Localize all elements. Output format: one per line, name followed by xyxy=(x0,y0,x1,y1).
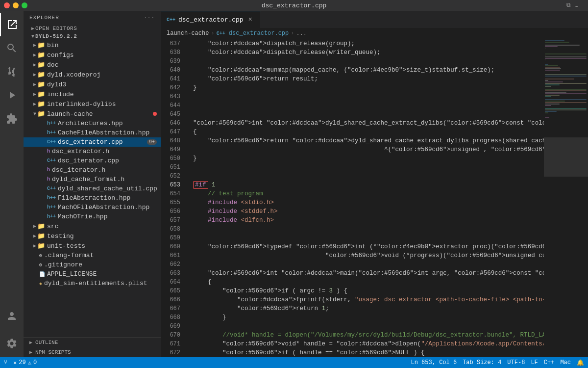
tree-item-FileAbstraction.hpp[interactable]: h++FileAbstraction.hpp xyxy=(24,193,161,203)
activity-extensions[interactable] xyxy=(0,107,24,131)
tree-item-APPLE_LICENSE[interactable]: 📄APPLE_LICENSE xyxy=(24,269,161,279)
tree-label: include xyxy=(47,91,74,98)
line-number: 641 xyxy=(161,75,180,83)
line-number: 644 xyxy=(161,101,180,110)
explorer-title: EXPLORER xyxy=(29,15,59,21)
window-min-btn[interactable] xyxy=(13,2,19,8)
cursor-position[interactable]: Ln 653, Col 6 xyxy=(411,359,457,366)
tree-item-CacheFileAbstraction.hpp[interactable]: h++CacheFileAbstraction.hpp xyxy=(24,128,161,137)
tree-item-launch-cache[interactable]: ▼📁launch-cache xyxy=(24,109,161,119)
tab-size[interactable]: Tab Size: 4 xyxy=(463,359,501,366)
open-editors-section[interactable]: ▶ OPEN EDITORS xyxy=(24,25,161,32)
tree-item-dsc_extractor.h[interactable]: hdsc_extractor.h xyxy=(24,147,161,156)
code-line: "color:#dcdcaa">dispatch_release(writer_… xyxy=(193,48,544,57)
language[interactable]: C++ xyxy=(544,359,555,366)
minimap-content xyxy=(544,39,588,121)
activity-settings[interactable] xyxy=(0,332,24,355)
tree-item-bin[interactable]: ▶📁bin xyxy=(24,40,161,50)
file-tree: ▶📁bin▶📁configs▶📁doc▶📁dyld.xcodeproj▶📁dyl… xyxy=(24,40,161,337)
position-text: Ln 653, Col 6 xyxy=(411,359,457,366)
line-numbers: 6376386396406416426436446456466476486496… xyxy=(161,39,185,357)
tree-item-dsc_extractor.cpp[interactable]: C++dsc_extractor.cpp9+ xyxy=(24,137,161,147)
line-number: 666 xyxy=(161,295,180,304)
notifications[interactable]: 🔔 xyxy=(577,359,584,367)
line-number: 649 xyxy=(161,145,180,154)
tree-item-dyld.xcodeproj[interactable]: ▶📁dyld.xcodeproj xyxy=(24,70,161,79)
tree-item-dsc_iterator.cpp[interactable]: C++dsc_iterator.cpp xyxy=(24,156,161,165)
open-editors-label: OPEN EDITORS xyxy=(35,26,77,31)
breadcrumb-sep2: › xyxy=(291,30,294,37)
activity-source-control[interactable] xyxy=(0,60,24,83)
line-number: 660 xyxy=(161,242,180,251)
npm-scripts-section[interactable]: ▶ NPM SCRIPTS xyxy=(24,347,161,357)
tree-item-MachOTrie.hpp[interactable]: h++MachOTrie.hpp xyxy=(24,212,161,221)
line-number: 651 xyxy=(161,163,180,172)
tree-item-include[interactable]: ▶📁include xyxy=(24,89,161,99)
error-count[interactable]: ✕ 29 ⚠ 0 xyxy=(13,359,37,367)
tree-item-dyld_shared_cache_util.cpp[interactable]: C++dyld_shared_cache_util.cpp xyxy=(24,184,161,193)
tree-item-Architectures.hpp[interactable]: h++Architectures.hpp xyxy=(24,119,161,128)
breadcrumb-launch-cache[interactable]: launch-cache xyxy=(167,30,209,37)
tree-label: dsc_extractor.h xyxy=(52,148,109,155)
code-line xyxy=(193,260,544,269)
tree-item-dyld3[interactable]: ▶📁dyld3 xyxy=(24,79,161,89)
line-number: 645 xyxy=(161,110,180,119)
tree-item-unit-tests[interactable]: ▶📁unit-tests xyxy=(24,241,161,251)
tree-item-src[interactable]: ▶📁src xyxy=(24,221,161,231)
split-editor-icon[interactable]: ⧉ xyxy=(564,2,573,9)
activity-run[interactable] xyxy=(0,83,24,107)
tree-item-.clang-format[interactable]: ⚙.clang-format xyxy=(24,251,161,260)
code-editor[interactable]: 6376386396406416426436446456466476486496… xyxy=(161,39,544,357)
git-icon: ⑂ xyxy=(4,359,7,366)
status-right: Ln 653, Col 6 Tab Size: 4 UTF-8 LF C++ M… xyxy=(411,359,584,367)
tree-item-testing[interactable]: ▶📁testing xyxy=(24,231,161,241)
sidebar-more-icon[interactable]: ··· xyxy=(144,15,155,21)
more-actions-icon[interactable]: … xyxy=(573,2,580,9)
tree-item-doc[interactable]: ▶📁doc xyxy=(24,60,161,70)
line-number: 672 xyxy=(161,348,180,357)
code-line: "color:#569cd6">if ( argc != 3 ) { xyxy=(193,287,544,295)
sidebar-footer: ▶ OUTLINE ▶ NPM SCRIPTS xyxy=(24,337,161,357)
editor-tab-dsc-extractor[interactable]: C++ dsc_extractor.cpp × xyxy=(161,11,261,28)
code-line xyxy=(193,172,544,181)
code-line: // test program xyxy=(193,189,544,198)
app-body: EXPLORER ··· ▶ OPEN EDITORS ▼ DYLD-519.2… xyxy=(0,11,588,357)
window-max-btn[interactable] xyxy=(22,2,27,8)
activity-explorer[interactable] xyxy=(0,13,24,36)
platform[interactable]: Mac xyxy=(560,359,571,366)
tree-item-configs[interactable]: ▶📁configs xyxy=(24,50,161,60)
tree-item-dyld_cache_format.h[interactable]: hdyld_cache_format.h xyxy=(24,175,161,184)
chevron-icon: ▶ xyxy=(29,349,32,355)
git-branch[interactable]: ⑂ xyxy=(4,359,7,366)
line-number: 647 xyxy=(161,128,180,136)
tree-item-interlinked-dylibs[interactable]: ▶📁interlinked-dylibs xyxy=(24,99,161,109)
code-content[interactable]: "color:#dcdcaa">dispatch_release(group);… xyxy=(185,39,544,357)
tree-label: dyld_sim-entitlements.plist xyxy=(44,280,147,287)
breadcrumb-symbol[interactable]: ... xyxy=(296,30,307,37)
breadcrumb-file[interactable]: C++ dsc_extractor.cpp xyxy=(217,30,289,37)
error-number: 29 xyxy=(19,359,25,366)
tree-item-MachOFileAbstraction.hpp[interactable]: h++MachOFileAbstraction.hpp xyxy=(24,203,161,212)
bell-icon: 🔔 xyxy=(577,359,584,367)
line-ending[interactable]: LF xyxy=(531,359,538,366)
outline-section[interactable]: ▶ OUTLINE xyxy=(24,338,161,347)
tree-label: Architectures.hpp xyxy=(58,120,123,127)
tree-item-dsc_iterator.h[interactable]: hdsc_iterator.h xyxy=(24,165,161,175)
encoding[interactable]: UTF-8 xyxy=(507,359,525,366)
project-root[interactable]: ▼ DYLD-519.2.2 xyxy=(24,32,161,40)
line-ending-text: LF xyxy=(531,359,538,366)
activity-account[interactable] xyxy=(0,304,24,328)
line-number: 668 xyxy=(161,313,180,322)
code-line: ^("color:#569cd6">unsigned , "color:#569… xyxy=(193,145,544,154)
window-close-btn[interactable] xyxy=(4,2,10,8)
tree-item-dyld_sim-entitlements.plist[interactable]: ◈dyld_sim-entitlements.plist xyxy=(24,279,161,288)
minimap xyxy=(544,39,588,357)
code-line: "color:#569cd6">void (*progress)("color:… xyxy=(193,251,544,260)
line-number: 671 xyxy=(161,340,180,348)
tree-item-.gitignore[interactable]: ⚙.gitignore xyxy=(24,260,161,269)
code-line xyxy=(193,163,544,172)
tab-close-btn[interactable]: × xyxy=(246,16,254,24)
code-line xyxy=(193,234,544,242)
code-line xyxy=(193,322,544,331)
activity-search[interactable] xyxy=(0,36,24,60)
